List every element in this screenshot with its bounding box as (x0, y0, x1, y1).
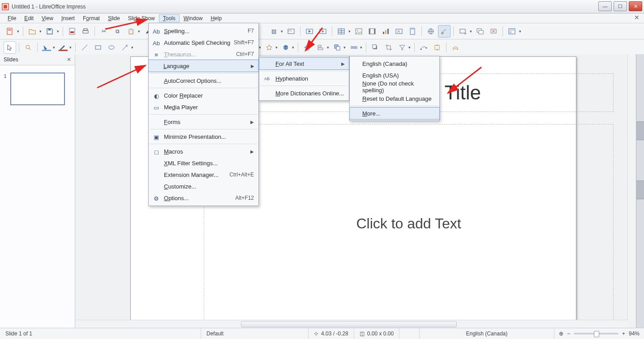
insert-hyperlink-icon[interactable] (425, 25, 437, 38)
menu-insert[interactable]: Insert (57, 14, 79, 22)
insert-header-footer-icon[interactable] (406, 25, 419, 38)
shadow-icon[interactable] (369, 41, 382, 54)
select-tool-icon[interactable] (4, 41, 16, 54)
lines-arrows-icon[interactable] (119, 41, 131, 54)
menuitem-extension-manager[interactable]: Extension Manager...Ctrl+Alt+E (149, 169, 258, 180)
slide-layout-dropdown[interactable]: ▾ (518, 29, 522, 34)
copy-icon[interactable]: ⧉ (111, 25, 124, 38)
close-document-icon[interactable]: ✕ (634, 14, 640, 21)
menuitem-autocorrect[interactable]: AutoCorrect Options... (149, 75, 258, 86)
menu-edit[interactable]: Edit (20, 14, 38, 22)
menuitem-customize[interactable]: Customize... (149, 180, 258, 192)
paste-icon[interactable]: 📋 (125, 25, 137, 38)
line-tool-icon[interactable] (78, 41, 91, 54)
menuitem-minimize[interactable]: ▣Minimize Presentation... (149, 131, 258, 142)
duplicate-slide-icon[interactable] (474, 25, 486, 38)
menuitem-english-canada[interactable]: English (Canada) (350, 58, 439, 69)
slides-panel-close-icon[interactable]: ✕ (67, 56, 71, 63)
menuitem-forms[interactable]: Forms▶ (149, 116, 258, 128)
menu-slide[interactable]: Slide (104, 14, 124, 22)
vertical-scrollbar[interactable] (627, 54, 635, 320)
menuitem-color-replacer[interactable]: ◐Color Replacer (149, 90, 258, 101)
distribute-icon[interactable] (348, 41, 360, 54)
menuitem-more[interactable]: More... (349, 107, 440, 120)
delete-slide-icon[interactable] (487, 25, 500, 38)
crop-icon[interactable] (382, 41, 395, 54)
line-color-icon[interactable] (57, 41, 69, 54)
status-language[interactable]: English (Canada) (420, 328, 554, 339)
menuitem-macros[interactable]: ◻Macros▶ (149, 146, 258, 157)
zoom-slider-knob[interactable] (594, 331, 599, 337)
slides-panel-body[interactable]: 1 (0, 65, 75, 328)
filter-icon[interactable] (396, 41, 408, 54)
new-slide-dropdown[interactable]: ▾ (469, 29, 473, 34)
sidebar-show-handle[interactable] (636, 121, 644, 140)
new-doc-icon[interactable] (4, 25, 16, 38)
new-slide-icon[interactable] (456, 25, 469, 38)
horizontal-scrollbar[interactable] (75, 320, 628, 328)
menuitem-english-usa[interactable]: English (USA) (350, 69, 439, 81)
3d-objects-icon[interactable] (279, 41, 292, 54)
save-icon[interactable] (43, 25, 56, 38)
sidebar-right[interactable] (636, 54, 644, 328)
paste-dropdown[interactable]: ▾ (137, 29, 141, 34)
scrollbar-thumb[interactable] (241, 321, 457, 327)
menu-file[interactable]: File (4, 14, 20, 22)
menuitem-hyphenation[interactable]: ABHyphenation (259, 73, 349, 84)
extrusion-icon[interactable] (449, 41, 462, 54)
print-icon[interactable] (79, 25, 92, 38)
glue-points-icon[interactable] (431, 41, 443, 54)
zoom-percent[interactable]: 94% (629, 330, 640, 337)
fit-page-icon[interactable]: ⊕ (559, 330, 563, 337)
zoom-tool-icon[interactable] (22, 41, 34, 54)
export-pdf-icon[interactable] (66, 25, 78, 38)
insert-av-icon[interactable] (366, 25, 378, 38)
open-icon[interactable] (26, 25, 39, 38)
master-slide-icon[interactable] (285, 25, 297, 38)
minimize-button[interactable]: — (598, 1, 612, 11)
menuitem-xml-filter[interactable]: XML Filter Settings... (149, 157, 258, 169)
ellipse-tool-icon[interactable] (105, 41, 118, 54)
insert-image-icon[interactable] (352, 25, 365, 38)
display-views-dropdown[interactable]: ▾ (280, 29, 284, 34)
menuitem-options[interactable]: ⚙Options...Alt+F12 (149, 192, 258, 204)
content-placeholder[interactable]: Click to add Text (204, 124, 614, 320)
arrange-icon[interactable] (331, 41, 343, 54)
menuitem-more-dictionaries[interactable]: More Dictionaries Online... (259, 87, 349, 99)
menu-window[interactable]: Window (180, 14, 207, 22)
insert-textbox-icon[interactable]: A (393, 25, 405, 38)
align-icon[interactable] (314, 41, 327, 54)
close-button[interactable]: ✕ (629, 1, 642, 11)
stars-icon[interactable] (263, 41, 275, 54)
insert-chart-icon[interactable] (379, 25, 392, 38)
menuitem-for-all-text[interactable]: For All Text▶ (259, 57, 349, 70)
menuitem-media-player[interactable]: ▭Media Player (149, 101, 258, 113)
points-icon[interactable] (417, 41, 430, 54)
rotate-icon[interactable] (301, 41, 313, 54)
maximize-button[interactable]: ☐ (614, 1, 627, 11)
new-doc-dropdown[interactable]: ▾ (16, 29, 20, 34)
menu-view[interactable]: View (38, 14, 57, 22)
cut-icon[interactable]: ✂ (98, 25, 110, 38)
menu-slideshow[interactable]: Slide Show (124, 14, 159, 22)
start-current-slide-icon[interactable] (317, 25, 329, 38)
sidebar-show-handle-2[interactable] (636, 180, 644, 199)
insert-table-dropdown[interactable]: ▾ (348, 29, 352, 34)
zoom-slider[interactable] (574, 333, 618, 335)
menu-help[interactable]: Help (206, 14, 226, 22)
menu-tools[interactable]: Tools (159, 14, 180, 22)
status-layout[interactable]: Default (201, 328, 309, 339)
menuitem-language[interactable]: Language▶ (148, 60, 259, 72)
menuitem-auto-spell[interactable]: AbAutomatic Spell CheckingShift+F7 (149, 37, 258, 48)
display-views-icon[interactable]: ▤ (267, 25, 280, 38)
menuitem-spelling[interactable]: AbSpelling...F7 (149, 25, 258, 37)
status-signature[interactable] (399, 328, 420, 339)
slide-layout-icon[interactable] (506, 25, 518, 38)
insert-table-icon[interactable] (335, 25, 348, 38)
slide-thumbnail-1[interactable]: 1 (10, 73, 65, 105)
rectangle-tool-icon[interactable] (92, 41, 104, 54)
menu-format[interactable]: Format (79, 14, 104, 22)
show-draw-functions-icon[interactable] (438, 25, 451, 38)
open-dropdown[interactable]: ▾ (39, 29, 43, 34)
start-first-slide-icon[interactable] (303, 25, 316, 38)
